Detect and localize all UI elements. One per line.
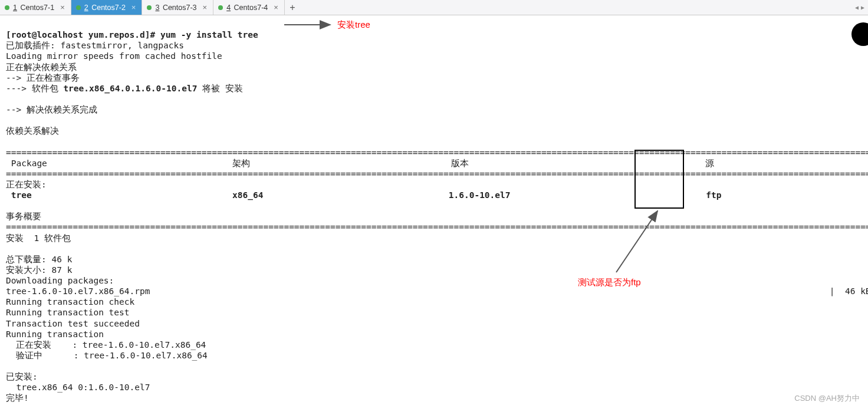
status-dot-icon	[218, 5, 223, 10]
watermark: CSDN @AH努力中	[794, 393, 860, 404]
status-dot-icon	[5, 5, 9, 10]
line: Downloading packages:	[6, 276, 114, 285]
nav-right-icon[interactable]: ▶	[861, 4, 864, 11]
line: 依赖关系解决	[6, 126, 59, 136]
line: 正在安装 : tree-1.6.0-10.el7.x86_64 1/1	[6, 340, 868, 350]
tab-number: 2	[84, 4, 88, 12]
tab-label: Centos7-3	[163, 4, 197, 12]
table-row: tree x86_64 1.6.0-10.el7 ftp 46 k	[6, 190, 868, 200]
line: 已加载插件: fastestmirror, langpacks	[6, 41, 184, 50]
tab-centos7-2[interactable]: 2 Centos7-2 ×	[71, 0, 143, 15]
status-dot-icon	[147, 5, 152, 10]
nav-left-icon[interactable]: ◀	[855, 4, 859, 11]
table-header: Package 架构 版本 源 大小	[6, 159, 868, 168]
line: tree-1.6.0-10.el7.x86_64.rpm | 46 kB 00:…	[6, 286, 868, 296]
line: Running transaction	[6, 329, 104, 339]
tab-label: Centos7-2	[91, 4, 126, 12]
add-tab-button[interactable]: +	[285, 0, 301, 15]
close-icon[interactable]: ×	[60, 3, 65, 12]
tab-centos7-3[interactable]: 3 Centos7-3 ×	[142, 0, 213, 15]
tab-number: 4	[226, 4, 231, 12]
command: yum -y install tree	[160, 30, 258, 39]
line: Running transaction check	[6, 297, 134, 306]
close-icon[interactable]: ×	[131, 3, 136, 12]
line: --> 解决依赖关系完成	[6, 105, 97, 114]
line: 验证中 : tree-1.6.0-10.el7.x86_64 1/1	[6, 351, 868, 360]
line: ---> 软件包 tree.x86_64.0.1.6.0-10.el7 将被 安…	[6, 84, 243, 93]
status-dot-icon	[76, 5, 81, 10]
line: 完毕!	[6, 393, 29, 403]
line: 总下载量: 46 k	[6, 255, 72, 264]
line: Running transaction test	[6, 308, 130, 317]
tab-centos7-1[interactable]: 1 Centos7-1 ×	[0, 0, 71, 15]
line: 安装大小: 87 k	[6, 265, 72, 275]
tab-centos7-4[interactable]: 4 Centos7-4 ×	[213, 0, 285, 15]
hr: ========================================…	[6, 148, 868, 157]
line: tree.x86_64 0:1.6.0-10.el7	[6, 383, 150, 392]
line: 安装 1 软件包	[6, 233, 71, 243]
line: 正在安装:	[6, 180, 47, 189]
line: Transaction test succeeded	[6, 319, 140, 328]
tab-nav-arrows: ◀ ▶	[851, 0, 868, 15]
line: Loading mirror speeds from cached hostfi…	[6, 51, 222, 61]
line: --> 正在检查事务	[6, 73, 80, 83]
prompt: [root@localhost yum.repos.d]#	[6, 30, 160, 39]
hr: ========================================…	[6, 169, 868, 179]
hr: ========================================…	[6, 222, 868, 232]
close-icon[interactable]: ×	[203, 3, 208, 12]
line: 事务概要	[6, 212, 41, 221]
tab-bar: 1 Centos7-1 × 2 Centos7-2 × 3 Centos7-3 …	[0, 0, 868, 15]
tab-number: 3	[155, 4, 159, 12]
line: 正在解决依赖关系	[6, 62, 77, 72]
tab-label: Centos7-4	[234, 4, 268, 12]
close-icon[interactable]: ×	[274, 3, 278, 12]
terminal-output[interactable]: [root@localhost yum.repos.d]# yum -y ins…	[0, 15, 868, 407]
tab-label: Centos7-1	[20, 4, 54, 12]
tab-number: 1	[13, 4, 17, 12]
line: 已安装:	[6, 372, 38, 381]
